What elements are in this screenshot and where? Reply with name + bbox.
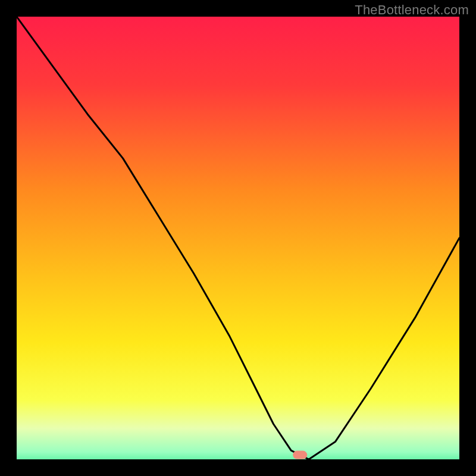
watermark-text: TheBottleneck.com <box>355 2 469 18</box>
optimal-marker <box>293 451 307 459</box>
chart-frame: TheBottleneck.com <box>0 0 476 476</box>
gradient-background <box>0 0 476 476</box>
bottleneck-chart <box>0 0 476 476</box>
